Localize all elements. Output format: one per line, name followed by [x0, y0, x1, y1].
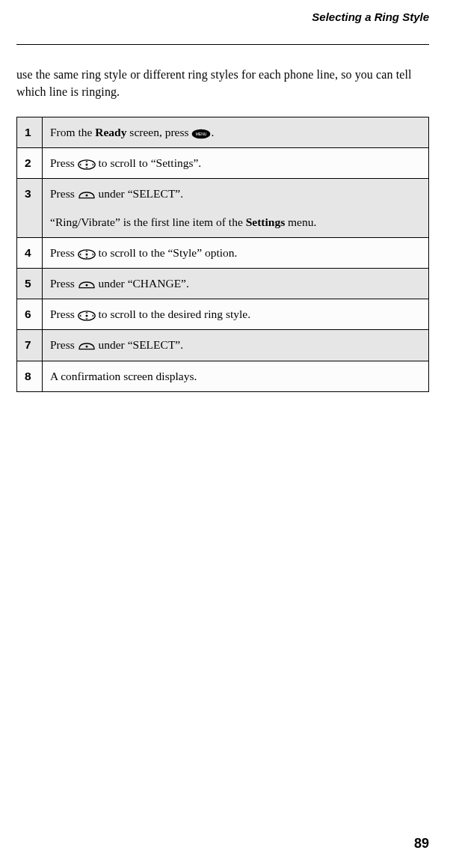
step-row: 5Press under “CHANGE”. [17, 269, 429, 299]
step-row: 2Press to scroll to “Settings”. [17, 148, 429, 179]
step-number: 8 [17, 361, 43, 391]
step-number: 6 [17, 299, 43, 330]
page-header: Selecting a Ring Style [16, 10, 429, 45]
svg-point-13 [85, 346, 87, 348]
step-text: Press under “SELECT”.“Ring/Vibrate” is t… [43, 179, 429, 238]
step-text: Press to scroll to “Settings”. [43, 148, 429, 179]
step-row: 4Press to scroll to the “Style” option. [17, 238, 429, 269]
step-text: Press under “CHANGE”. [43, 269, 429, 299]
step-text: From the Ready screen, press MENU. [43, 117, 429, 148]
soft-key-icon [78, 342, 96, 351]
step-number: 4 [17, 238, 43, 269]
scroll-key-icon [78, 249, 96, 260]
intro-text: use the same ring style or different rin… [16, 66, 429, 100]
step-text: Press to scroll to the “Style” option. [43, 238, 429, 269]
svg-point-3 [85, 163, 87, 165]
step-subtext: “Ring/Vibrate” is the first line item of… [50, 213, 421, 231]
step-row: 1From the Ready screen, press MENU. [17, 117, 429, 148]
menu-key-icon: MENU [191, 129, 211, 139]
svg-point-9 [85, 284, 87, 287]
step-number: 7 [17, 330, 43, 361]
scroll-key-icon [78, 311, 96, 321]
soft-key-icon [78, 191, 96, 200]
svg-point-7 [85, 253, 87, 255]
step-text: Press under “SELECT”. [43, 330, 429, 361]
svg-text:MENU: MENU [196, 132, 207, 136]
svg-point-11 [85, 314, 87, 317]
step-number: 3 [17, 179, 43, 238]
step-row: 3Press under “SELECT”.“Ring/Vibrate” is … [17, 179, 429, 238]
step-row: 7Press under “SELECT”. [17, 330, 429, 361]
step-number: 2 [17, 148, 43, 179]
svg-point-5 [85, 195, 87, 197]
step-text: Press to scroll to the desired ring styl… [43, 299, 429, 330]
bold-text: Ready [95, 126, 126, 138]
bold-text: Settings [246, 216, 286, 228]
page: Selecting a Ring Style use the same ring… [0, 0, 456, 392]
page-number: 89 [414, 836, 429, 852]
step-number: 5 [17, 269, 43, 299]
steps-table: 1From the Ready screen, press MENU.2Pres… [16, 117, 429, 391]
step-text: A confirmation screen displays. [43, 361, 429, 391]
step-row: 6Press to scroll to the desired ring sty… [17, 299, 429, 330]
step-row: 8A confirmation screen displays. [17, 361, 429, 391]
soft-key-icon [78, 281, 96, 290]
scroll-key-icon [78, 159, 96, 170]
step-number: 1 [17, 117, 43, 148]
